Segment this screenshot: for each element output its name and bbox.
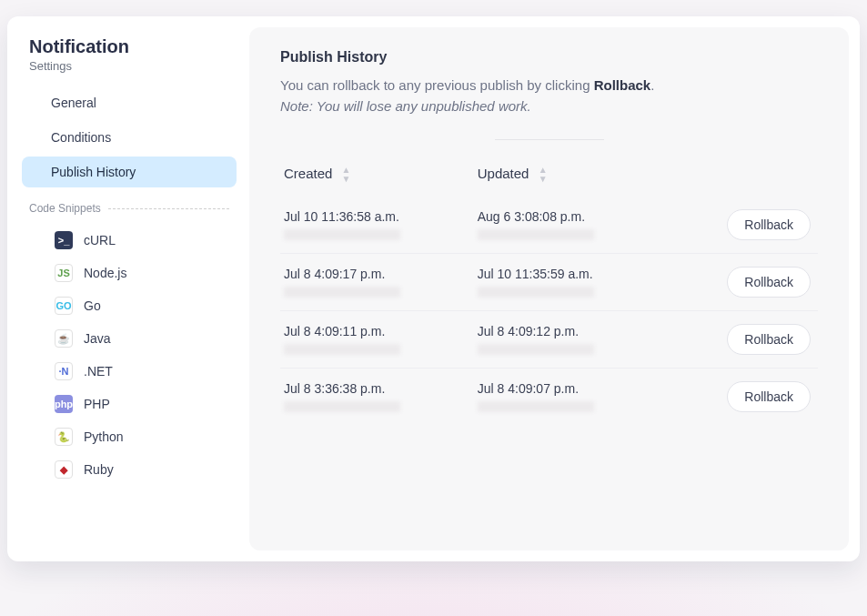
sidebar-item-general[interactable]: General [22,87,237,118]
publish-history-panel: Publish History You can rollback to any … [249,27,849,550]
ruby-icon: ◆ [55,460,73,479]
curl-icon: >_ [55,231,73,249]
created-timestamp: Jul 8 4:09:17 p.m. [284,267,467,281]
code-snippets-divider: Code Snippets [29,202,229,215]
snippet-label: .NET [84,364,113,379]
redacted-text [478,401,594,412]
redacted-text [478,229,594,240]
table-header-row: Created Updated [280,166,818,197]
table-row: Jul 8 3:36:38 p.m. Jul 8 4:09:07 p.m. Ro… [280,368,818,425]
snippet-item-nodejs[interactable]: JS Node.js [25,257,237,289]
redacted-text [284,401,400,412]
column-label: Updated [478,166,529,181]
divider-line [108,208,229,209]
page-title: Publish History [280,49,818,66]
sidebar-item-conditions[interactable]: Conditions [22,122,237,153]
snippet-item-php[interactable]: php PHP [25,388,237,420]
code-snippets-label: Code Snippets [29,202,101,215]
help-suffix: . [650,77,654,93]
main-area: Publish History You can rollback to any … [244,16,860,561]
rollback-button[interactable]: Rollback [727,267,811,298]
table-row: Jul 8 4:09:17 p.m. Jul 10 11:35:59 a.m. … [280,253,818,310]
redacted-text [284,344,400,355]
snippet-label: Ruby [84,462,114,477]
updated-timestamp: Jul 8 4:09:07 p.m. [478,381,681,396]
php-icon: php [55,395,73,413]
publish-history-table: Created Updated Jul 10 11:36:58 a.m. [280,166,818,425]
go-icon: GO [55,297,73,315]
redacted-text [478,287,594,298]
snippet-item-go[interactable]: GO Go [25,289,237,322]
help-prefix: You can rollback to any previous publish… [280,77,594,93]
sort-icon [539,166,548,184]
redacted-text [284,287,400,298]
rollback-button[interactable]: Rollback [727,381,811,412]
table-row: Jul 10 11:36:58 a.m. Aug 6 3:08:08 p.m. … [280,197,818,254]
snippet-item-dotnet[interactable]: ∙N .NET [25,355,237,388]
column-header-actions [689,166,818,197]
table-row: Jul 8 4:09:11 p.m. Jul 8 4:09:12 p.m. Ro… [280,310,818,368]
note-label: Note: [280,98,317,114]
snippet-label: PHP [84,397,110,411]
sidebar: Notification Settings General Conditions… [7,16,244,561]
sort-icon [342,166,351,184]
snippet-item-curl[interactable]: >_ cURL [25,224,237,257]
updated-timestamp: Jul 10 11:35:59 a.m. [478,267,681,281]
snippet-label: Python [84,429,124,444]
dotnet-icon: ∙N [55,362,73,380]
sidebar-subtitle: Settings [29,59,237,73]
sidebar-item-publish-history[interactable]: Publish History [22,157,237,187]
snippet-label: cURL [84,233,116,247]
python-icon: 🐍 [55,428,73,446]
created-timestamp: Jul 8 3:36:38 p.m. [284,381,467,396]
note-text: You will lose any unpublished work. [317,98,531,114]
rollback-button[interactable]: Rollback [727,324,811,355]
column-header-created[interactable]: Created [280,166,474,197]
column-label: Created [284,166,332,181]
java-icon: ☕ [55,329,73,348]
snippet-label: Go [84,298,101,313]
updated-timestamp: Jul 8 4:09:12 p.m. [478,324,681,338]
snippet-label: Java [84,331,111,346]
redacted-text [478,344,594,355]
settings-nav: General Conditions Publish History [22,87,237,187]
help-text: You can rollback to any previous publish… [280,75,818,117]
snippet-item-python[interactable]: 🐍 Python [25,420,237,453]
snippet-label: Node.js [84,266,126,280]
sidebar-title: Notification [29,36,237,57]
code-snippets-list: >_ cURL JS Node.js GO Go ☕ Java ∙N .NET … [25,224,237,486]
app-card: Notification Settings General Conditions… [7,16,860,561]
snippet-item-java[interactable]: ☕ Java [25,322,237,355]
nodejs-icon: JS [55,264,73,282]
snippet-item-ruby[interactable]: ◆ Ruby [25,453,237,486]
section-divider [495,139,604,140]
help-bold: Rollback [594,77,651,93]
created-timestamp: Jul 10 11:36:58 a.m. [284,209,467,224]
redacted-text [284,229,400,240]
updated-timestamp: Aug 6 3:08:08 p.m. [478,209,681,224]
column-header-updated[interactable]: Updated [474,166,689,197]
created-timestamp: Jul 8 4:09:11 p.m. [284,324,467,338]
rollback-button[interactable]: Rollback [727,209,811,240]
